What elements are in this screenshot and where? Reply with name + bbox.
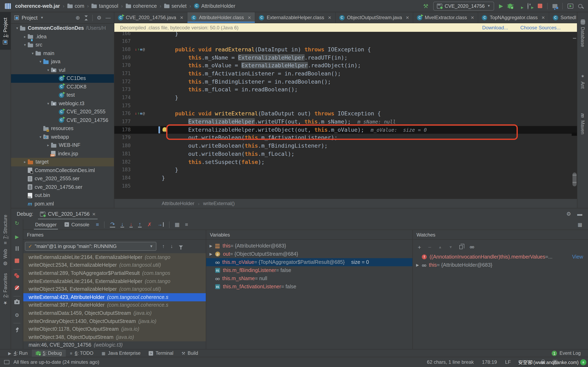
debugger-settings-icon[interactable]: ≡ [185, 221, 188, 227]
tree-item-out-bin[interactable]: out.bin [11, 191, 114, 200]
tree-expand-icon[interactable]: ▾ [38, 60, 43, 64]
sidebar-tab-project[interactable]: 1: Project [0, 12, 11, 50]
stop-icon[interactable] [15, 259, 19, 263]
close-icon[interactable]: ✕ [406, 15, 409, 20]
search-icon[interactable] [578, 4, 582, 8]
line-number[interactable]: 166 [114, 32, 131, 38]
run-anything-icon[interactable] [568, 3, 573, 8]
download-link[interactable]: Download... [482, 25, 508, 30]
frame-row[interactable]: writeExternalData:1459, ObjectOutputStre… [23, 309, 206, 317]
drop-frame-icon[interactable]: ✗ [147, 222, 152, 227]
line-number[interactable]: 180 [114, 142, 131, 150]
line-number[interactable]: 173 [114, 86, 131, 94]
watch-row[interactable]: ▶oothis = {AttributeHolder@683} [413, 261, 588, 269]
tree-item-commoncollectiondes[interactable]: ▾CommonCollectionDes /Users/H [11, 24, 114, 33]
toolwindow-button-java-enterprise[interactable]: ▦Java Enterprise [98, 350, 145, 357]
close-icon[interactable]: ✕ [248, 15, 251, 20]
tree-expand-icon[interactable]: ▾ [45, 68, 51, 72]
line-number[interactable]: 170 [114, 62, 131, 70]
tree-expand-icon[interactable]: ▾ [38, 135, 43, 139]
remove-watch-icon[interactable]: − [428, 244, 431, 250]
hide-panel-icon[interactable]: — [105, 15, 111, 21]
profiler-button[interactable] [527, 3, 533, 8]
variable-row[interactable]: ▶this = {AttributeHolder@683} [206, 242, 412, 250]
char-count[interactable]: 62 chars, 1 line break [427, 359, 474, 365]
variable-row[interactable]: ▶pout = {ObjectOutputStream@684} [206, 250, 412, 258]
gutter-override-icons[interactable]: ↓↑◉@ [135, 46, 145, 54]
tree-item-java[interactable]: ▾java [11, 58, 114, 66]
line-number[interactable]: 169 [114, 54, 131, 62]
line-number[interactable]: 181 [114, 150, 131, 158]
line-number[interactable]: 168 [114, 46, 131, 54]
tree-item-cve-2020-2555[interactable]: CCVE_2020_2555 [11, 108, 114, 116]
sidebar-tab-maven[interactable]: mMaven [577, 113, 588, 134]
tree-item-cve-2020-2555-ser[interactable]: cve_2020_2555.ser [11, 175, 114, 183]
toolwindow-button-run[interactable]: ▶4: Run [4, 350, 32, 357]
caret-position[interactable]: 178:19 [482, 359, 497, 365]
editor-tab-cve-2020-14756-java[interactable]: CCVE_2020_14756.java✕ [114, 12, 188, 23]
build-hammer-icon[interactable]: ⚒ [423, 3, 428, 9]
line-number[interactable]: 185 [114, 182, 131, 190]
move-up-icon[interactable]: ▲ [438, 245, 442, 249]
resume-icon[interactable]: ▶ [15, 234, 19, 240]
tree-item-cve-2020-14756[interactable]: CCVE_2020_14756 [11, 116, 114, 124]
line-ending[interactable]: LF [505, 359, 511, 365]
add-watch-icon[interactable]: + [418, 244, 421, 250]
tree-item-weblogic-t3[interactable]: ▾weblogic.t3 [11, 99, 114, 108]
editor-tab-mvelextractor-class[interactable]: CMvelExtractor.class✕ [413, 12, 478, 23]
threads-view-icon[interactable]: ≡ [96, 221, 99, 227]
sidebar-tab-database[interactable]: Database [577, 20, 588, 47]
chevron-down-icon[interactable]: ▼ [40, 16, 44, 20]
gutter-override-icons[interactable]: ↓↑◉@ [135, 110, 145, 118]
frame-row[interactable]: writeExternal:387, AttributeHolder(com.t… [23, 301, 206, 309]
toolwindow-button-debug[interactable]: 5: Debug [32, 350, 66, 357]
tree-item-target[interactable]: ▸target [11, 158, 114, 166]
variable-row[interactable]: oothis.m_sName = null [206, 275, 412, 283]
collapse-all-icon[interactable] [84, 15, 88, 20]
run-to-cursor-icon[interactable]: → [157, 222, 164, 227]
thread-selector[interactable]: ✓ "main"@1 in group "main": RUNNING ▼ [25, 242, 156, 251]
editor-tab-objectoutputstream-java[interactable]: CObjectOutputStream.java✕ [336, 12, 413, 23]
step-out-icon[interactable]: ↑ [138, 222, 142, 227]
toolwindow-button-build[interactable]: ⚒Build [177, 350, 202, 357]
tree-item-resources[interactable]: resources [11, 124, 114, 133]
tree-item-index-jsp[interactable]: index.jsp [11, 150, 114, 158]
project-view-label[interactable]: Project [22, 15, 38, 21]
breadcrumb-method[interactable]: writeExternal() [203, 201, 235, 206]
view-breakpoints-icon[interactable] [14, 273, 20, 278]
frame-row[interactable]: main:46, CVE_2020_14756(weblogic.t3) [23, 341, 206, 349]
close-icon[interactable]: ✕ [471, 15, 474, 20]
mute-breakpoints-icon[interactable] [15, 285, 19, 290]
line-number[interactable]: 182 [114, 158, 131, 166]
frame-row[interactable]: writeObject:348, ObjectOutputStream(java… [23, 333, 206, 341]
expand-icon[interactable]: ▶ [416, 263, 421, 267]
gear-icon[interactable]: ⚙ [566, 211, 571, 217]
line-number[interactable]: 174 [114, 94, 131, 102]
thread-dump-icon[interactable] [14, 300, 20, 304]
close-icon[interactable]: ✕ [328, 15, 332, 20]
locate-icon[interactable]: ⊕ [76, 15, 80, 21]
tree-expand-icon[interactable]: ▸ [22, 160, 28, 164]
close-icon[interactable]: ✕ [180, 15, 183, 20]
breadcrumb-class[interactable]: AttributeHolder [162, 201, 194, 206]
line-number[interactable]: 172 [114, 78, 131, 86]
tree-item-src[interactable]: ▾src [11, 41, 114, 49]
choose-sources-link[interactable]: Choose Sources... [520, 25, 561, 30]
tree-item-ccjdk8[interactable]: CCCJDK8 [11, 83, 114, 91]
toolwindow-toggle-icon[interactable] [4, 360, 9, 364]
line-number[interactable]: 176 [114, 110, 131, 118]
editor-tab-attributeholder-class[interactable]: CAttributeHolder.class✕ [188, 12, 255, 23]
project-structure-icon[interactable] [553, 4, 557, 8]
line-number[interactable]: 183 [114, 166, 131, 174]
view-link[interactable]: View [572, 254, 588, 260]
sidebar-tab-structure[interactable]: ≡7: Structure [0, 210, 11, 249]
sidebar-tab-favorites[interactable]: ★2: Favorites [0, 269, 11, 310]
force-step-into-icon[interactable]: ↓ [130, 222, 133, 227]
expand-icon[interactable]: ▶ [209, 244, 215, 248]
tab-console[interactable]: > Console [63, 219, 90, 230]
breadcrumb-item[interactable]: com [67, 3, 84, 9]
editor-tab-topnaggregator-class[interactable]: CTopNAggregator.class✕ [478, 12, 549, 23]
hide-icon[interactable]: ▬ [577, 211, 582, 217]
evaluate-expression-icon[interactable]: ▦ [174, 221, 180, 227]
close-icon[interactable]: ✕ [92, 211, 96, 216]
